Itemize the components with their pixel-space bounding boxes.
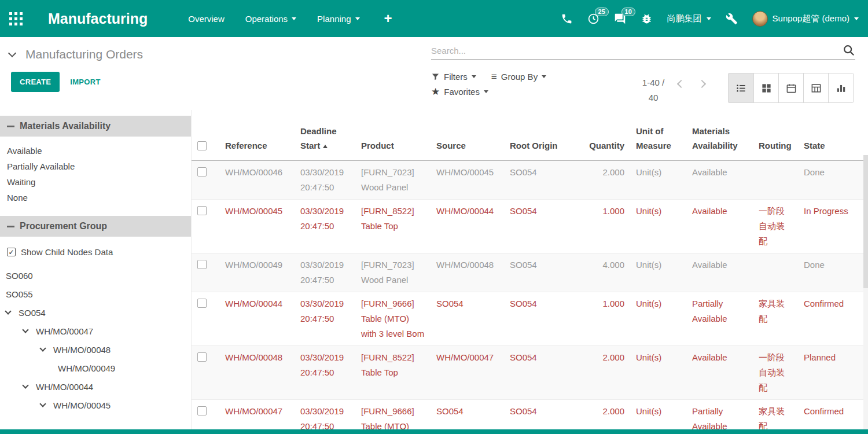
cell-reference: WH/MO/00044: [219, 292, 295, 345]
view-switch-graph[interactable]: [828, 73, 853, 102]
column-header-availability[interactable]: Materials Availability: [686, 110, 753, 160]
create-button[interactable]: CREATE: [11, 72, 60, 92]
procurement-tree-item[interactable]: WH/MO/00048: [0, 340, 191, 359]
column-header-routing[interactable]: Routing: [753, 110, 798, 160]
procurement-tree-item[interactable]: SO060: [0, 266, 191, 285]
expand-caret-icon[interactable]: [5, 308, 11, 314]
filters-dropdown[interactable]: Filters: [431, 72, 476, 82]
column-header-source[interactable]: Source: [431, 110, 504, 160]
column-header-reference[interactable]: Reference: [219, 110, 295, 160]
menu-planning[interactable]: Planning: [317, 14, 359, 24]
wrench-icon[interactable]: [726, 13, 738, 25]
add-menu-button[interactable]: +: [384, 10, 392, 27]
orders-table-body: WH/MO/0004603/30/2019 20:47:50[FURN_7023…: [192, 160, 868, 434]
procurement-tree-item[interactable]: WH/MO/00044: [0, 377, 191, 396]
search-options: Filters ≡ Group By ★ Favorites: [431, 72, 546, 102]
cell-routing: 家具装配: [753, 399, 798, 434]
procurement-tree-item[interactable]: SO054: [0, 303, 191, 322]
favorites-dropdown[interactable]: ★ Favorites: [431, 87, 488, 97]
expand-caret-icon[interactable]: [22, 382, 28, 388]
order-row[interactable]: WH/MO/0004503/30/2019 20:47:50[FURN_8522…: [192, 199, 868, 253]
show-child-nodes-checkbox-row[interactable]: ✓ Show Child Nodes Data: [0, 237, 191, 260]
row-checkbox[interactable]: [197, 260, 207, 269]
cell-quantity: 2.000: [580, 399, 630, 434]
column-header-quantity[interactable]: Quantity: [580, 110, 630, 160]
cell-routing: [753, 253, 798, 292]
top-menu: Overview Operations Planning +: [188, 10, 392, 27]
availability-filter-item[interactable]: Partially Available: [0, 159, 191, 174]
row-checkbox[interactable]: [197, 406, 207, 415]
order-row[interactable]: WH/MO/0004903/30/2019 20:47:50[FURN_7023…: [192, 253, 868, 292]
phone-icon[interactable]: [561, 13, 573, 25]
app-title[interactable]: Manufacturing: [48, 10, 148, 27]
company-switcher[interactable]: 尚鹏集团: [667, 13, 711, 24]
order-row[interactable]: WH/MO/0004603/30/2019 20:47:50[FURN_7023…: [192, 160, 868, 199]
column-header-product[interactable]: Product: [355, 110, 431, 160]
select-all-checkbox[interactable]: [197, 141, 207, 150]
expand-caret-icon[interactable]: [39, 345, 46, 351]
cell-source: WH/MO/00044: [431, 199, 504, 253]
company-name: 尚鹏集团: [667, 13, 702, 24]
procurement-tree-item[interactable]: WH/MO/00047: [0, 322, 191, 340]
activity-count-badge: 25: [595, 8, 609, 16]
menu-overview[interactable]: Overview: [188, 14, 225, 24]
menu-operations[interactable]: Operations: [245, 14, 296, 24]
bottom-accent-bar: [0, 429, 868, 434]
debug-bug-icon[interactable]: [641, 13, 653, 25]
column-header-uom[interactable]: Unit of Measure: [630, 110, 686, 160]
chevron-down-icon[interactable]: [8, 49, 16, 57]
pager-next-icon[interactable]: [698, 80, 706, 88]
select-all-header: [192, 110, 219, 160]
search-input[interactable]: [431, 44, 855, 60]
search-bar: [431, 44, 855, 60]
view-switch-kanban[interactable]: [753, 73, 778, 102]
import-button[interactable]: IMPORT: [70, 78, 100, 86]
cell-deadline: 03/30/2019 20:47:50: [295, 345, 355, 399]
expand-caret-icon[interactable]: [39, 400, 46, 407]
cell-root_origin: SO054: [504, 160, 580, 199]
chevron-down-icon: [472, 75, 476, 78]
cell-deadline: 03/30/2019 20:47:50: [295, 160, 355, 199]
cell-routing: [753, 160, 798, 199]
cell-product: [FURN_7023] Wood Panel: [355, 160, 431, 199]
messages-icon[interactable]: 10: [614, 13, 626, 25]
vertical-scrollbar[interactable]: [863, 155, 868, 429]
group-by-dropdown[interactable]: ≡ Group By: [491, 72, 546, 82]
view-switch-list[interactable]: [729, 73, 753, 102]
row-checkbox[interactable]: [197, 206, 207, 215]
column-header-root_origin[interactable]: Root Origin: [504, 110, 580, 160]
order-row[interactable]: WH/MO/0004803/30/2019 20:47:50[FURN_8522…: [192, 345, 868, 399]
procurement-tree-item[interactable]: WH/MO/00049: [0, 359, 191, 377]
apps-menu-icon[interactable]: [9, 12, 23, 25]
column-header-state[interactable]: State: [798, 110, 868, 160]
menu-planning-label: Planning: [317, 14, 351, 24]
expand-caret-icon[interactable]: [22, 326, 28, 333]
column-header-label: Routing: [759, 141, 792, 150]
orders-table-wrap: ReferenceDeadline StartProductSourceRoot…: [192, 110, 868, 434]
activity-clock-icon[interactable]: 25: [587, 13, 599, 25]
availability-filter-item[interactable]: None: [0, 190, 191, 205]
breadcrumb[interactable]: Manufacturing Orders: [9, 47, 143, 61]
procurement-tree-item[interactable]: WH/MO/00045: [0, 396, 191, 414]
user-menu[interactable]: Sunpop超管 (demo): [752, 11, 859, 27]
row-checkbox[interactable]: [197, 167, 207, 176]
checked-checkbox-icon[interactable]: ✓: [7, 248, 16, 256]
availability-filter-item[interactable]: Available: [0, 143, 191, 159]
order-row[interactable]: WH/MO/0004403/30/2019 20:47:50[FURN_9666…: [192, 292, 868, 345]
view-switch-calendar[interactable]: [778, 73, 803, 102]
procurement-tree-item[interactable]: SO055: [0, 285, 191, 303]
row-checkbox[interactable]: [197, 352, 207, 362]
calendar-view-icon: [786, 83, 797, 94]
column-header-deadline[interactable]: Deadline Start: [295, 110, 355, 160]
favorites-label: Favorites: [444, 87, 480, 97]
order-row[interactable]: WH/MO/0004703/30/2019 20:47:50[FURN_9666…: [192, 399, 868, 434]
availability-filter-item[interactable]: Waiting: [0, 174, 191, 190]
funnel-icon: [431, 72, 440, 81]
row-select-cell: [192, 253, 219, 292]
scrollbar-thumb[interactable]: [863, 155, 868, 288]
minus-icon: [7, 126, 14, 127]
pager-previous-icon[interactable]: [677, 80, 685, 88]
row-checkbox[interactable]: [197, 299, 207, 308]
search-icon[interactable]: [843, 44, 855, 57]
view-switch-pivot[interactable]: [803, 73, 828, 102]
